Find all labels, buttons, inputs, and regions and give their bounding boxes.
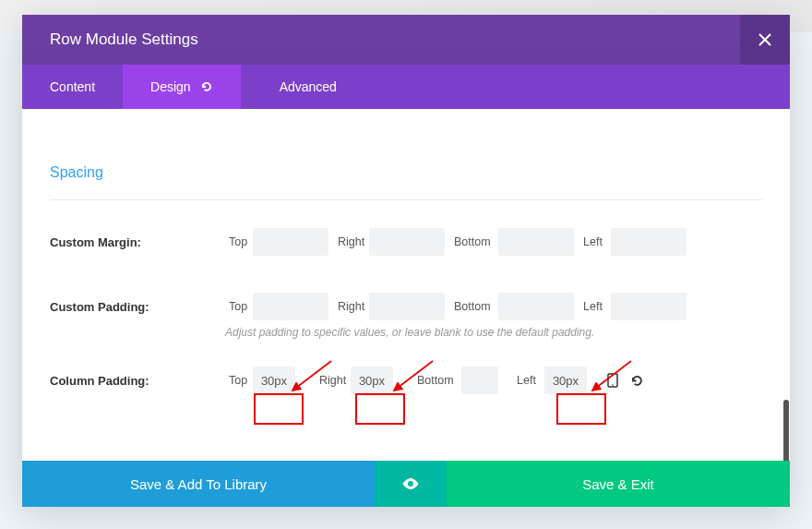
tab-design[interactable]: Design — [123, 65, 241, 109]
margin-bottom-input[interactable] — [498, 228, 574, 256]
tab-content[interactable]: Content — [22, 65, 123, 109]
save-add-library-button[interactable]: Save & Add To Library — [22, 461, 375, 507]
padding-top-input[interactable] — [253, 293, 328, 320]
side-label-right: Right — [334, 235, 369, 248]
modal-title: Row Module Settings — [50, 30, 198, 49]
side-label-bottom: Bottom — [450, 235, 498, 248]
side-label-left: Left — [513, 374, 544, 387]
custom-padding-row: Custom Padding: Top Right Bottom Left — [50, 293, 762, 320]
custom-margin-row: Custom Margin: Top Right Bottom Left — [50, 228, 762, 256]
padding-right-input[interactable] — [369, 293, 445, 320]
eye-icon — [401, 477, 420, 490]
side-label-top: Top — [225, 300, 253, 313]
close-icon — [758, 33, 771, 46]
margin-right-input[interactable] — [369, 228, 445, 256]
side-label-left: Left — [579, 300, 611, 313]
modal-body: Spacing Custom Margin: Top Right Bottom — [22, 109, 790, 461]
svg-point-1 — [612, 384, 614, 386]
save-exit-button[interactable]: Save & Exit — [447, 461, 790, 507]
tab-design-label: Design — [150, 79, 191, 94]
tab-content-label: Content — [50, 79, 95, 94]
column-padding-label: Column Padding: — [50, 374, 225, 388]
side-label-bottom: Bottom — [413, 374, 461, 387]
tab-advanced-label: Advanced — [280, 79, 337, 94]
reset-icon[interactable] — [629, 373, 644, 388]
margin-top-input[interactable] — [253, 228, 328, 256]
custom-margin-label: Custom Margin: — [50, 235, 225, 249]
section-spacing-title: Spacing — [50, 164, 762, 190]
save-exit-label: Save & Exit — [582, 476, 654, 492]
preview-button[interactable] — [375, 461, 447, 507]
annotation-highlight — [254, 393, 304, 425]
modal-header: Row Module Settings — [22, 15, 790, 65]
modal-footer: Save & Add To Library Save & Exit — [22, 461, 790, 507]
scrollbar[interactable] — [783, 400, 789, 461]
column-padding-row: Column Padding: Top Right Bottom Left — [50, 367, 762, 394]
settings-modal: Row Module Settings Content Design Advan… — [22, 15, 790, 507]
side-label-left: Left — [579, 235, 611, 248]
responsive-mobile-icon[interactable] — [605, 373, 620, 388]
side-label-bottom: Bottom — [450, 300, 498, 313]
padding-left-input[interactable] — [611, 293, 687, 320]
margin-left-input[interactable] — [611, 228, 687, 256]
custom-padding-label: Custom Padding: — [50, 300, 225, 314]
annotation-highlight — [355, 393, 405, 425]
tab-advanced[interactable]: Advanced — [241, 65, 364, 109]
padding-help-text: Adjust padding to specific values, or le… — [225, 326, 762, 339]
padding-bottom-input[interactable] — [498, 293, 574, 320]
colpad-top-input[interactable] — [253, 367, 295, 394]
annotation-highlight — [556, 393, 606, 425]
save-library-label: Save & Add To Library — [130, 476, 267, 492]
svg-point-5 — [408, 481, 413, 487]
undo-icon — [200, 80, 213, 93]
tab-bar: Content Design Advanced — [22, 65, 790, 109]
side-label-right: Right — [316, 374, 351, 387]
side-label-top: Top — [225, 235, 253, 248]
colpad-left-input[interactable] — [544, 367, 587, 394]
close-button[interactable] — [740, 15, 790, 65]
side-label-right: Right — [334, 300, 369, 313]
colpad-right-input[interactable] — [351, 367, 393, 394]
side-label-top: Top — [225, 374, 253, 387]
colpad-bottom-input[interactable] — [461, 367, 498, 394]
